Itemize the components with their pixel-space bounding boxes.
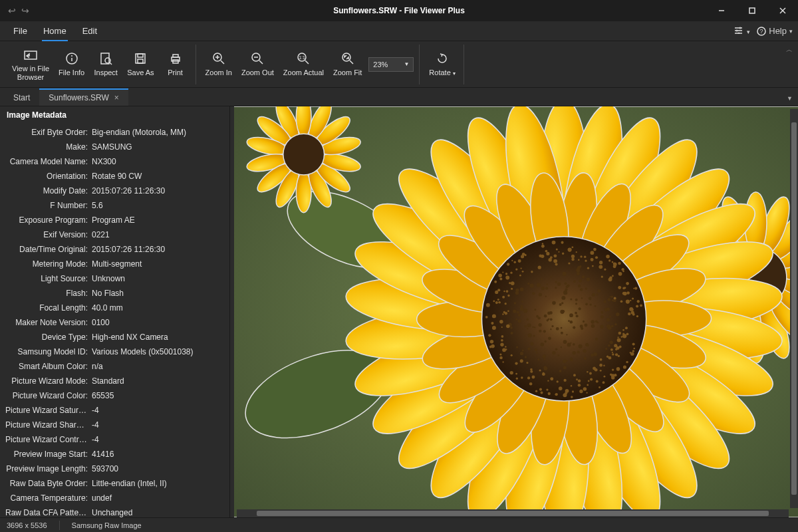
- print-button[interactable]: Print: [161, 50, 190, 78]
- svg-point-146: [640, 305, 642, 307]
- svg-point-167: [545, 287, 548, 289]
- svg-point-442: [529, 382, 533, 386]
- svg-point-308: [596, 294, 598, 296]
- vertical-scrollbar[interactable]: [790, 109, 798, 508]
- image-format: Samsung Raw Image: [72, 521, 142, 529]
- svg-point-439: [513, 309, 516, 313]
- svg-point-466: [548, 318, 549, 319]
- menu-home[interactable]: Home: [35, 23, 74, 39]
- zoom-in-button[interactable]: Zoom In: [203, 50, 235, 78]
- metadata-row: Raw Data CFA Pattern:Unchanged: [0, 505, 229, 517]
- view-in-browser-button[interactable]: View in File Browser: [9, 46, 52, 82]
- svg-point-367: [612, 261, 614, 263]
- svg-point-212: [601, 276, 603, 278]
- svg-point-246: [543, 330, 546, 332]
- zoom-out-button[interactable]: Zoom Out: [239, 50, 277, 78]
- svg-point-353: [630, 352, 632, 354]
- svg-point-357: [621, 336, 623, 338]
- rotate-button[interactable]: Rotate ▾: [426, 50, 458, 78]
- tab-close-icon[interactable]: ×: [114, 93, 119, 102]
- svg-point-522: [518, 319, 521, 323]
- save-as-button[interactable]: Save As: [124, 50, 156, 78]
- metadata-key: Exif Byte Order:: [5, 126, 92, 138]
- svg-point-517: [515, 373, 517, 375]
- svg-point-304: [497, 299, 499, 301]
- svg-point-287: [550, 377, 553, 380]
- svg-point-250: [626, 333, 629, 336]
- svg-point-477: [488, 334, 491, 336]
- file-info-button[interactable]: File Info: [56, 50, 87, 78]
- zoom-actual-button[interactable]: 1:1 Zoom Actual: [281, 50, 327, 78]
- svg-point-343: [505, 312, 507, 315]
- metadata-value: 65535: [92, 390, 224, 402]
- save-icon: [133, 51, 148, 66]
- toolbar: View in File Browser File Info Inspect S…: [0, 41, 798, 88]
- zoom-level-select[interactable]: 23% ▼: [368, 57, 414, 72]
- image-viewer[interactable]: [234, 106, 798, 517]
- horizontal-scrollbar[interactable]: [237, 509, 789, 517]
- svg-point-188: [626, 361, 628, 364]
- view-in-browser-label: View in File Browser: [12, 65, 49, 80]
- svg-rect-1: [749, 8, 755, 13]
- svg-point-488: [530, 368, 533, 371]
- svg-point-205: [558, 354, 559, 356]
- svg-point-310: [636, 315, 638, 317]
- svg-point-290: [537, 358, 539, 360]
- svg-line-36: [350, 61, 353, 64]
- svg-point-463: [585, 343, 589, 346]
- menu-file[interactable]: File: [5, 23, 35, 39]
- help-button[interactable]: ? Help ▾: [757, 26, 793, 36]
- tab-overflow-icon[interactable]: ▼: [787, 95, 793, 102]
- svg-point-377: [505, 276, 509, 280]
- metadata-list[interactable]: Exif Byte Order:Big-endian (Motorola, MM…: [0, 124, 229, 517]
- metadata-key: Date/Time Original:: [5, 243, 92, 255]
- svg-point-333: [568, 263, 570, 265]
- svg-rect-21: [138, 59, 143, 63]
- svg-point-224: [618, 262, 621, 265]
- svg-point-317: [573, 343, 575, 346]
- collapse-ribbon-icon[interactable]: ︿: [786, 45, 793, 55]
- svg-point-202: [583, 387, 587, 391]
- svg-point-338: [568, 320, 570, 322]
- help-label: Help: [769, 26, 787, 36]
- svg-point-53: [296, 106, 311, 137]
- tab-sunflowers[interactable]: Sunflowers.SRW ×: [39, 88, 128, 106]
- svg-point-214: [527, 283, 529, 285]
- svg-point-286: [600, 370, 602, 372]
- inspect-label: Inspect: [94, 68, 117, 76]
- svg-point-306: [563, 272, 567, 276]
- inspect-button[interactable]: Inspect: [91, 50, 120, 78]
- svg-rect-23: [173, 55, 178, 57]
- svg-point-496: [524, 254, 525, 255]
- svg-point-389: [576, 378, 578, 380]
- metadata-row: Light Source:Unknown: [0, 271, 229, 286]
- svg-point-142: [494, 281, 497, 283]
- svg-text:1:1: 1:1: [299, 55, 306, 60]
- close-button[interactable]: [767, 0, 798, 21]
- metadata-value: -4: [92, 434, 224, 446]
- svg-point-421: [585, 260, 587, 262]
- menu-edit[interactable]: Edit: [74, 23, 105, 39]
- svg-point-412: [536, 352, 537, 353]
- svg-point-472: [515, 362, 517, 364]
- svg-point-297: [559, 386, 563, 390]
- metadata-row: Preview Image Start:41416: [0, 447, 229, 462]
- zoom-fit-button[interactable]: Zoom Fit: [331, 50, 364, 78]
- maximize-button[interactable]: [737, 0, 767, 21]
- svg-point-211: [520, 359, 523, 362]
- svg-point-461: [520, 287, 524, 291]
- nav-forward-icon[interactable]: ↪: [21, 5, 29, 16]
- metadata-header: Image Metadata: [0, 106, 229, 124]
- nav-back-icon[interactable]: ↩: [8, 5, 16, 16]
- svg-point-347: [561, 241, 563, 244]
- tab-start[interactable]: Start: [4, 88, 39, 106]
- settings-icon[interactable]: ▾: [734, 26, 751, 36]
- svg-point-269: [540, 342, 544, 346]
- svg-point-448: [632, 313, 635, 316]
- metadata-value: 2015:07:26 11:26:30: [92, 243, 224, 255]
- metadata-key: Maker Note Version:: [5, 317, 92, 329]
- minimize-button[interactable]: [706, 0, 737, 21]
- svg-point-289: [499, 277, 502, 280]
- svg-point-512: [526, 362, 528, 364]
- svg-point-480: [515, 268, 517, 270]
